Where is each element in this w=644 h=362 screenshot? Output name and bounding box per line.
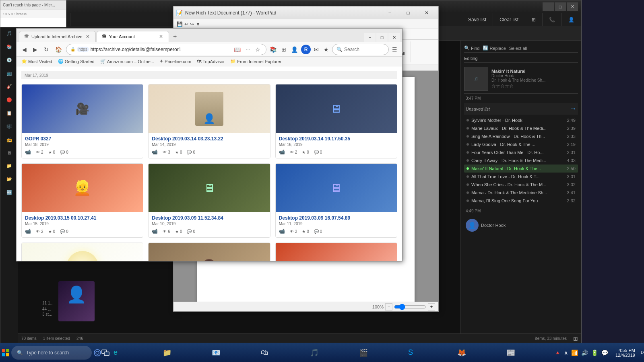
tray-icon-battery[interactable]: 🔋 [590,349,599,357]
zoom-out-button[interactable]: − [385,303,392,311]
search-bar[interactable]: 🔍 [332,44,389,55]
archive-item-desktop-03-15[interactable]: 👱 Desktop 2019.03.15 00.10.27.41 Mar 15,… [21,163,143,238]
sidebar-nav-item-2[interactable]: 📚 [0,41,18,53]
sidebar-nav-item-12[interactable]: 📂 [0,173,18,185]
song-item-3[interactable]: Lady Godiva - Dr. Hook & The ... 2:19 [464,140,578,148]
sidebar-nav-item-4[interactable]: 📺 [0,68,18,79]
bookmark-most-visited[interactable]: ⭐ Most Visited [20,58,54,64]
tray-icon-network[interactable]: 📶 [570,349,579,357]
wordpad-close-button[interactable]: ✕ [417,6,436,19]
browser-refresh-button[interactable]: ↻ [41,45,51,54]
taskbar-app-groove[interactable]: 🎵 [306,344,354,362]
star-ext-button[interactable]: ★ [322,45,330,54]
bookmark-getting-started[interactable]: 🌐 Getting Started [56,58,96,64]
wordpad-maximize-button[interactable]: □ [399,6,417,19]
sidebar-nav-item-10[interactable]: 🖥 [0,147,18,158]
taskbar-app-explorer[interactable]: 📁 [159,344,207,362]
browser-back-button[interactable]: ◀ [20,45,29,54]
song-item-7[interactable]: All That True Love - Dr. Hook & T... 3:0… [464,173,578,181]
wmp-person-button[interactable]: 👤 [562,13,581,26]
browser-minimize-button[interactable]: − [364,33,376,42]
archive-item-desktop-03-09-11[interactable]: 🖥 Desktop 2019.03.09 11.52.34.84 Mar 10,… [148,163,270,238]
wmp-close-button[interactable]: ✕ [567,2,578,11]
sidebar-nav-item-1[interactable]: 🎵 [0,28,18,39]
menu-button[interactable]: ☰ [390,45,399,54]
browser-home-button[interactable]: 🏠 [53,45,64,54]
tab-upload-close[interactable]: ✕ [85,34,91,39]
cortana-button[interactable] [93,344,101,362]
taskbar-search-input[interactable] [26,350,87,356]
grid-view-button[interactable]: ⊞ [573,335,578,342]
archive-item-gopr0327[interactable]: 🎥 GOPR 0327 Mar 18, 2019 📹 👁 2 [21,84,143,158]
bookmark-button[interactable]: ☆ [254,45,262,54]
wmp-phone-button[interactable]: 📞 [543,13,562,26]
taskbar-app-ie[interactable]: e [109,344,158,362]
archive-item-win20190312[interactable]: 👨 WIN 20190312 15 15 34 Pro Mar 13, 2019… [148,243,270,261]
tray-notifications[interactable]: 💬 [601,349,609,357]
address-input[interactable] [91,47,231,52]
song-item-2[interactable]: Sing Me A Rainbow - Dr. Hook & Th... 2:3… [464,132,578,140]
find-button[interactable]: 🔍 Find [464,45,479,51]
browser-maximize-button[interactable]: □ [376,33,388,42]
sidebar-nav-item-8[interactable]: 🎼 [0,121,18,132]
wmp-minimize-button[interactable]: − [543,2,554,11]
song-item-0[interactable]: Sylvia's Mother - Dr. Hook 2:49 [464,116,578,124]
list-expand-icon[interactable]: → [569,105,576,113]
taskbar-app-mail[interactable]: 📧 [208,344,256,362]
sidebar-nav-item-6[interactable]: 🔴 [0,94,18,106]
wmp-maximize-button[interactable]: □ [555,2,566,11]
task-view-button[interactable] [101,344,109,362]
more-options-button[interactable]: ··· [244,45,252,54]
user-profile-button[interactable]: 👤 [289,45,299,54]
sidebar-nav-item-9[interactable]: 📻 [0,134,18,146]
song-item-6[interactable]: Makin' It Natural - Dr. Hook & The... 2:… [464,165,578,173]
taskbar-search-box[interactable]: 🔍 [11,346,92,360]
tab-account[interactable]: 🏛 Your Account ✕ [97,31,169,42]
start-button[interactable] [2,344,10,362]
archive-item-desktop-03-14-03[interactable]: 👤 Desktop 2019.03.14 03.23.13.22 Mar 14,… [148,84,270,158]
taskbar-app-news[interactable]: 📰 [502,344,551,362]
wordpad-save-quick[interactable]: 💾 [177,21,183,27]
song-item-10[interactable]: Mama, I'll Sing One Song For You 2:32 [464,197,578,205]
tray-icon-malwarebytes[interactable]: 🔺 [554,349,561,356]
bookmark-priceline[interactable]: ✈ Priceline.com [158,58,193,64]
archive-item-gopr0299[interactable]: GOPR 0299 Mar 11, 2019 📹 👁14 ★0 💬0 [21,243,143,261]
zoom-in-button[interactable]: + [428,303,435,311]
taskbar-app-firefox[interactable]: 🦊 [453,344,502,362]
wmp-save-list-button[interactable]: Save list [462,13,493,26]
song-item-8[interactable]: When She Cries - Dr. Hook & The M... 3:0… [464,181,578,189]
archive-item-desktop-03-06[interactable]: 🍕 Desktop 2019.03.06 11.42.54.41 Mar 7, … [275,243,397,261]
sidebar-nav-item-13[interactable]: 🆕 [0,187,18,198]
archive-item-desktop-03-09-16[interactable]: 🖥 Desktop 2019.03.09 16.07.54.89 Mar 11,… [275,163,397,238]
reader-view-button[interactable]: R [301,45,311,54]
browser-close-button[interactable]: ✕ [388,33,400,42]
song-item-9[interactable]: Mama - Dr. Hook & The Medicine Sh... 3:4… [464,189,578,197]
taskbar-clock[interactable]: 4:55 PM 12/4/2019 [612,348,638,358]
song-item-1[interactable]: Marie Lavaux - Dr. Hook & The Medi... 2:… [464,124,578,132]
bookmark-tripadvisor[interactable]: 🗺 TripAdvisor [195,59,226,64]
sidebar-nav-item-11[interactable]: 📁 [0,160,18,172]
bookmark-ie[interactable]: 📁 From Internet Explorer [229,58,283,64]
new-tab-button[interactable]: + [170,31,180,42]
zoom-slider[interactable] [394,304,426,310]
bookmark-amazon[interactable]: 🛒 Amazon.com – Online... [99,58,156,64]
sidebar-nav-item-5[interactable]: 🎸 [0,81,18,93]
pocket-button[interactable]: ✉ [312,45,320,54]
taskbar-app-vlc[interactable]: 🎬 [355,344,403,362]
taskbar-app-store[interactable]: 🛍 [257,344,305,362]
taskbar-desktop-label[interactable]: Desktop [638,350,644,355]
select-all-button[interactable]: Select all [509,46,527,51]
sidebar-nav-item-3[interactable]: 💿 [0,54,18,66]
wordpad-undo-quick[interactable]: ↩ [184,21,188,27]
song-item-5[interactable]: Carry It Away - Dr. Hook & The Medi... 4… [464,156,578,165]
sidebar-button[interactable]: ⊞ [280,45,288,54]
address-bar[interactable]: 🔒 https 📖 ··· ☆ [66,44,266,55]
replace-button[interactable]: 🔄 Replace [483,45,506,51]
search-input[interactable] [344,47,384,52]
wordpad-minimize-button[interactable]: − [380,6,399,19]
reader-mode-button[interactable]: 📖 [232,45,242,54]
wmp-clear-list-button[interactable]: Clear list [493,13,525,26]
song-item-4[interactable]: Four Years Older Than Me - Dr. Ho... 2:3… [464,148,578,156]
tab-account-close[interactable]: ✕ [158,34,164,39]
tab-upload[interactable]: 🏛 Upload to Internet Archive ✕ [19,31,96,42]
